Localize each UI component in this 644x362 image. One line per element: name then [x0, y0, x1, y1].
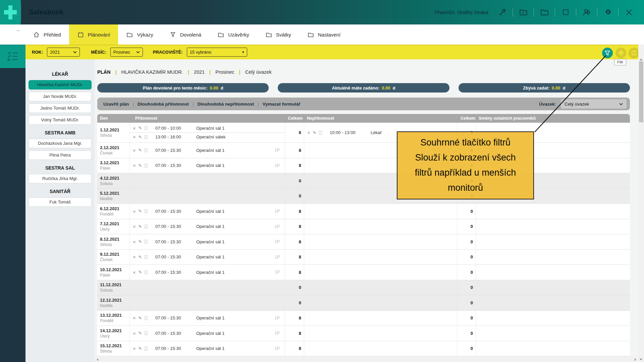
- shift-entry: ×✎07:00 - 15:30Operační sál 11P: [130, 253, 285, 261]
- collapse-arrow-icon[interactable]: →: [15, 27, 20, 33]
- delete-entry-icon[interactable]: ×: [133, 315, 136, 320]
- copy-entry-icon[interactable]: [145, 126, 148, 130]
- scroll-left-arrow[interactable]: [97, 358, 98, 361]
- entry-place: Operační sál 1: [196, 331, 275, 336]
- close-icon[interactable]: [623, 7, 635, 18]
- edit-entry-icon[interactable]: ✎: [139, 126, 142, 130]
- edit-entry-icon[interactable]: ✎: [139, 316, 142, 320]
- edit-entry-icon[interactable]: ✎: [139, 346, 142, 351]
- breadcrumb-separator: |: [209, 69, 211, 75]
- copy-entry-icon[interactable]: [145, 135, 148, 139]
- horizontal-scrollbar[interactable]: [95, 357, 638, 362]
- year-select[interactable]: 2021: [47, 48, 80, 57]
- edit-entry-icon[interactable]: ✎: [139, 331, 142, 336]
- key-icon[interactable]: [496, 7, 508, 18]
- edit-entry-icon[interactable]: ✎: [139, 255, 142, 259]
- plan-table: 1.12.2021Středa×✎07:00 - 10:00Operační s…: [97, 123, 630, 356]
- delete-entry-icon[interactable]: ×: [133, 224, 136, 229]
- edit-entry-icon[interactable]: ✎: [313, 130, 316, 135]
- tab-dovolen[interactable]: Dovolená: [161, 24, 209, 45]
- tab-p-ehled[interactable]: Přehled: [25, 24, 69, 45]
- vertical-scrollbar[interactable]: [638, 45, 644, 362]
- action-dlouhodob-p-tomnost[interactable]: Dlouhodobá přítomnost: [138, 102, 189, 107]
- action-vymazat-formul[interactable]: Vymazat formulář: [263, 102, 301, 107]
- copy-entry-icon[interactable]: [145, 270, 148, 274]
- group-title-sestra-amb: SESTRA AMB: [25, 130, 95, 135]
- edit-entry-icon[interactable]: ✎: [139, 163, 142, 168]
- edit-entry-icon[interactable]: ✎: [139, 270, 142, 275]
- filter-bar: ROK: 2021 MĚSÍC: Prosinec PRACOVIŠTĚ: 15…: [25, 45, 638, 59]
- delete-entry-icon[interactable]: ×: [133, 126, 136, 131]
- print-button[interactable]: [615, 48, 626, 58]
- delete-entry-icon[interactable]: ×: [133, 254, 136, 259]
- copy-entry-icon[interactable]: [145, 331, 148, 335]
- presence-cell: [130, 280, 285, 295]
- folder-n-icon[interactable]: N: [518, 7, 529, 18]
- delete-entry-icon[interactable]: ×: [133, 331, 136, 336]
- entry-tag: 1P: [275, 331, 285, 336]
- person-jedno-tom-mudr[interactable]: Jedno Tomáš MUDr.: [29, 104, 92, 113]
- delete-entry-icon[interactable]: ×: [133, 134, 136, 139]
- workload-select[interactable]: Celý úvazek: [561, 99, 627, 109]
- absence-total-cell: 0: [457, 265, 476, 280]
- person-voln-tom-mudr[interactable]: Volný Tomáš MUDr.: [29, 115, 92, 125]
- person-jan-nov-k-mudr[interactable]: Jan Novák MUDr.: [29, 92, 92, 101]
- delete-entry-icon[interactable]: ×: [307, 130, 310, 135]
- edit-entry-icon[interactable]: ✎: [139, 239, 142, 244]
- copy-entry-icon[interactable]: [145, 240, 148, 244]
- copy-entry-icon[interactable]: [145, 164, 148, 168]
- edit-entry-icon[interactable]: ✎: [139, 224, 142, 229]
- copy-entry-icon[interactable]: [145, 209, 148, 213]
- person-fuk-tom[interactable]: Fuk Tomáš: [29, 197, 92, 207]
- copy-entry-icon[interactable]: [145, 316, 148, 320]
- delete-entry-icon[interactable]: ×: [133, 148, 136, 153]
- person-hlavi-ka-kazim-r-mudr[interactable]: Hlavička Kazimír MUDr.: [29, 80, 92, 89]
- action-uzav-t-pl-n[interactable]: Uzavřít plán: [103, 102, 129, 107]
- row-weekday: Pondělí: [100, 212, 127, 217]
- day-cell: 9.12.2021Čtvrtek: [97, 250, 130, 265]
- filter-menu-button[interactable]: [629, 48, 639, 58]
- tab-nastaven[interactable]: Nastavení: [299, 24, 349, 45]
- workplace-select[interactable]: 15 vybráno ▾: [187, 48, 247, 57]
- edit-entry-icon[interactable]: ✎: [139, 148, 142, 153]
- person-ru-i-ka-jirka-mgr[interactable]: Ručička Jirka Mgr.: [29, 174, 92, 183]
- gear-icon[interactable]: [602, 7, 613, 18]
- edit-entry-icon[interactable]: ✎: [139, 209, 142, 214]
- scroll-down-arrow[interactable]: [640, 359, 642, 360]
- person-doch-zkov-jana-mgr[interactable]: Docházková Jana Mgr.: [29, 139, 92, 148]
- shift-entry: ×✎07:00 - 15:30Operační sál 11P: [130, 237, 285, 246]
- copy-entry-icon[interactable]: [145, 255, 148, 259]
- tab-uz-v-rky[interactable]: Uzávěrky: [209, 24, 257, 45]
- tab-pl-nov-n[interactable]: Plánování: [69, 24, 118, 45]
- checklist-button[interactable]: [0, 45, 25, 68]
- edit-entry-icon[interactable]: ✎: [139, 135, 142, 139]
- delete-entry-icon[interactable]: ×: [133, 163, 136, 168]
- copy-entry-icon[interactable]: [145, 148, 148, 152]
- month-select[interactable]: Prosinec: [110, 48, 143, 57]
- delete-entry-icon[interactable]: ×: [133, 239, 136, 244]
- scroll-up-arrow[interactable]: [640, 59, 642, 60]
- breadcrumb-item: HLAVIČKA KAZIMÍR MUDR.: [121, 69, 183, 75]
- tab-v-kazy[interactable]: Výkazy: [118, 24, 161, 45]
- person-search-icon[interactable]: [581, 7, 592, 18]
- folder-icon[interactable]: [539, 7, 550, 18]
- tab-sv-tky[interactable]: Svátky: [257, 24, 299, 45]
- filter-summary-button[interactable]: [602, 48, 613, 58]
- action-dlouhodob-nep-tomnost[interactable]: Dlouhodobá nepřítomnost: [198, 102, 254, 107]
- day-cell: 14.12.2021Úterý: [97, 326, 130, 341]
- delete-entry-icon[interactable]: ×: [133, 209, 136, 214]
- breadcrumb-separator: |: [239, 69, 240, 75]
- day-cell: 8.12.2021Středa: [97, 234, 130, 249]
- scroll-right-arrow[interactable]: [635, 358, 636, 361]
- square-icon[interactable]: [560, 7, 571, 18]
- delete-entry-icon[interactable]: ×: [133, 346, 136, 351]
- presence-cell: ×✎07:00 - 15:30Operační sál 11P: [130, 250, 285, 265]
- action-separator: |: [258, 102, 259, 107]
- scrollbar-thumb[interactable]: [639, 61, 643, 122]
- copy-entry-icon[interactable]: [319, 131, 322, 135]
- absence-cell: [304, 295, 457, 310]
- delete-entry-icon[interactable]: ×: [133, 270, 136, 275]
- person-piln-petra[interactable]: Pilná Petra: [29, 150, 92, 160]
- copy-entry-icon[interactable]: [145, 347, 148, 351]
- copy-entry-icon[interactable]: [145, 225, 148, 229]
